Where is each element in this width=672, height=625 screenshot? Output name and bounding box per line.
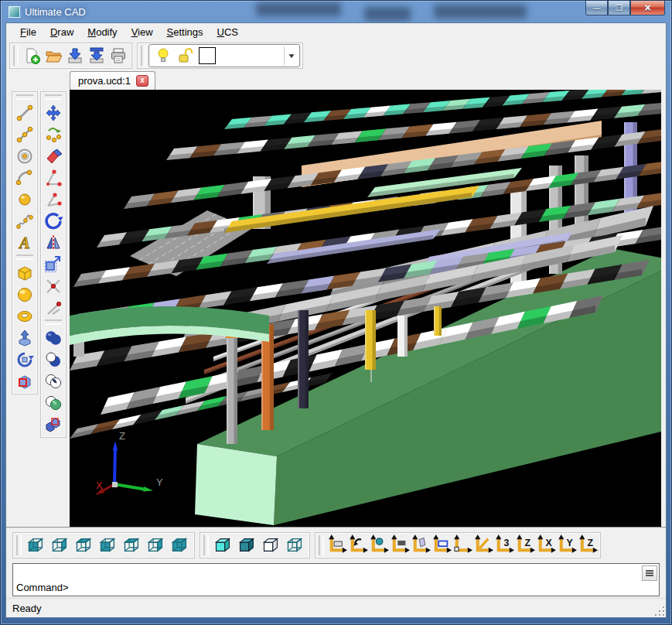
toolbar-grip[interactable] xyxy=(16,535,22,555)
tool-ucs-object[interactable] xyxy=(368,533,389,558)
tool-ucs-origin[interactable] xyxy=(452,533,472,558)
mirror-icon xyxy=(44,234,63,252)
tool-solids-pair[interactable] xyxy=(43,414,64,435)
view-1-icon xyxy=(26,534,46,555)
tool-unlock[interactable] xyxy=(174,45,196,67)
tool-ucs-face[interactable] xyxy=(389,533,410,558)
glass-smudge xyxy=(364,7,411,21)
tool-ucs-previous[interactable] xyxy=(347,533,368,558)
tab-prova[interactable]: prova.ucd:1 x xyxy=(70,71,155,90)
tool-view-1[interactable] xyxy=(24,533,48,558)
tool-extrude[interactable] xyxy=(14,327,36,349)
tool-trim[interactable] xyxy=(43,275,64,297)
menu-item-file[interactable]: File xyxy=(14,24,43,40)
title-bar[interactable]: Ultimate CAD — ❐ ✕ xyxy=(1,1,671,22)
tool-subtract[interactable] xyxy=(43,349,64,371)
toolbar-grip[interactable] xyxy=(16,94,33,100)
tool-ucs-named[interactable] xyxy=(431,533,452,558)
toolbar-grip[interactable] xyxy=(16,254,33,260)
tool-erase[interactable] xyxy=(43,145,64,167)
tool-intersect[interactable] xyxy=(43,371,64,392)
command-history-button[interactable] xyxy=(642,565,657,581)
menu-item-ucs[interactable]: UCS xyxy=(211,24,244,40)
tool-view-iso[interactable] xyxy=(168,533,192,558)
tool-revolve[interactable] xyxy=(14,349,36,371)
shade-toolbar xyxy=(200,532,310,558)
tab-close-icon[interactable]: x xyxy=(136,75,148,87)
toolbar-grip[interactable] xyxy=(141,46,146,66)
ucs-yrot-icon: Y xyxy=(556,534,577,555)
toolbar-grip[interactable] xyxy=(203,535,209,555)
tool-sidebar: A xyxy=(6,90,70,527)
spline-icon xyxy=(15,212,34,231)
tool-stretch[interactable] xyxy=(43,254,64,275)
tool-view-2[interactable] xyxy=(48,533,72,558)
tool-ucs-world[interactable] xyxy=(326,533,347,558)
command-prompt[interactable]: Command> xyxy=(16,582,69,593)
toolbar-grip[interactable] xyxy=(45,94,62,100)
tool-circle2[interactable] xyxy=(14,145,36,167)
tool-ucs-zaxis[interactable] xyxy=(472,533,493,558)
trim-icon xyxy=(44,277,63,295)
tool-view-6[interactable] xyxy=(144,533,168,558)
tool-shade-wire[interactable] xyxy=(283,533,307,558)
tool-save-file[interactable] xyxy=(64,45,86,67)
menu-item-view[interactable]: View xyxy=(125,24,159,40)
combobox-dropdown-button[interactable] xyxy=(284,46,298,65)
resize-grip[interactable] xyxy=(654,606,664,616)
view-iso-icon xyxy=(169,534,190,555)
tool-union[interactable] xyxy=(43,327,64,349)
tool-save-as[interactable] xyxy=(86,45,107,67)
viewport-canvas[interactable]: ZYX xyxy=(70,90,661,527)
tool-view-5[interactable] xyxy=(120,533,144,558)
intersect-icon xyxy=(44,372,63,391)
toolbar-grip[interactable] xyxy=(319,535,324,555)
tool-spline[interactable] xyxy=(14,210,36,232)
menu-item-modify[interactable]: Modify xyxy=(81,24,123,40)
menu-item-settings[interactable]: Settings xyxy=(161,24,210,40)
tool-point[interactable] xyxy=(14,189,36,210)
tool-move[interactable] xyxy=(43,102,64,124)
tool-text[interactable]: A xyxy=(14,232,36,254)
tool-ucs-view[interactable] xyxy=(410,533,431,558)
layer-color-swatch xyxy=(199,47,216,64)
tool-shade-dark[interactable] xyxy=(235,533,259,558)
tool-copy[interactable] xyxy=(43,124,64,145)
view-3-icon xyxy=(73,534,94,555)
layer-combobox[interactable] xyxy=(148,44,300,67)
tool-new-file[interactable] xyxy=(21,45,43,67)
tool-arc[interactable] xyxy=(14,167,36,189)
toolbar-grip[interactable] xyxy=(45,319,62,325)
shade-white-icon xyxy=(261,534,281,555)
tool-sphere3d[interactable] xyxy=(14,284,36,306)
tool-mirror[interactable] xyxy=(43,232,64,254)
tool-ucs-yrot[interactable]: Y xyxy=(556,533,577,558)
toolbar-grip[interactable] xyxy=(13,46,19,66)
tool-view-4[interactable] xyxy=(96,533,120,558)
tool-line[interactable] xyxy=(14,102,36,124)
tool-shade-bright[interactable] xyxy=(211,533,235,558)
close-button[interactable]: ✕ xyxy=(630,1,665,15)
tool-shade-white[interactable] xyxy=(259,533,283,558)
tool-dim1[interactable] xyxy=(43,167,64,189)
tool-section-cube[interactable] xyxy=(14,371,36,392)
tool-rotate[interactable] xyxy=(43,210,64,232)
tool-box3d[interactable] xyxy=(14,262,36,284)
tool-polyline[interactable] xyxy=(14,124,36,145)
tool-torus[interactable] xyxy=(14,306,36,327)
tool-view-3[interactable] xyxy=(72,533,96,558)
command-console[interactable]: Command> xyxy=(12,563,660,596)
tool-ucs-zrot[interactable]: Z xyxy=(577,533,598,558)
tool-open-file[interactable] xyxy=(43,45,64,67)
tool-ucs-xrot[interactable]: X xyxy=(535,533,556,558)
maximize-button[interactable]: ❐ xyxy=(608,1,630,15)
tool-intersect-green[interactable] xyxy=(43,392,64,414)
tool-print[interactable] xyxy=(107,45,129,67)
tool-dim2[interactable] xyxy=(43,189,64,210)
tool-extend[interactable] xyxy=(43,297,64,319)
menu-item-draw[interactable]: Draw xyxy=(44,24,80,40)
tool-bulb[interactable] xyxy=(152,45,174,67)
tool-ucs-zdir[interactable]: Z xyxy=(514,533,535,558)
minimize-button[interactable]: — xyxy=(585,1,608,15)
tool-ucs-3point[interactable]: 3 xyxy=(493,533,514,558)
